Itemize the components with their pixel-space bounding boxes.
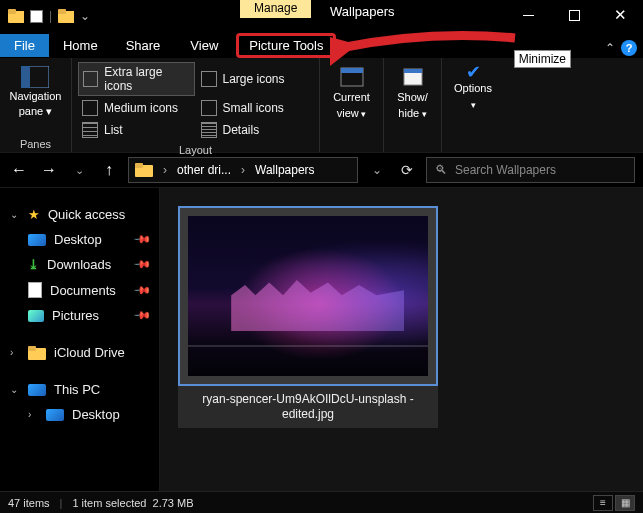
status-selection: 1 item selected 2.73 MB [72, 497, 193, 509]
close-button[interactable]: ✕ [597, 0, 643, 30]
desktop-icon [28, 234, 46, 246]
chevron-down-icon[interactable]: ⌄ [10, 209, 20, 220]
checkbox-icon[interactable] [30, 10, 43, 23]
current-view-icon [339, 66, 365, 88]
details-icon [201, 122, 217, 138]
window-controls: ✕ [505, 0, 643, 30]
download-icon: ⤓ [28, 257, 39, 272]
show-hide-button[interactable]: Show/ hide [390, 62, 435, 121]
show-hide-icon [401, 66, 425, 88]
ribbon-group-layout: Extra large icons Large icons Medium ico… [72, 58, 320, 152]
layout-list[interactable]: List [78, 120, 195, 140]
tree-pictures[interactable]: Pictures📌 [6, 303, 153, 328]
svg-rect-15 [28, 346, 36, 351]
layout-details[interactable]: Details [197, 120, 314, 140]
svg-rect-5 [569, 10, 579, 20]
tree-quick-access[interactable]: ⌄ ★ Quick access [6, 202, 153, 227]
thumbnails-view-toggle[interactable]: ▦ [615, 495, 635, 511]
file-item[interactable]: ryan-spencer-Um9AkOIlDcU-unsplash - edit… [178, 206, 438, 428]
folder-icon [135, 163, 153, 177]
tree-this-pc[interactable]: ⌄ This PC [6, 377, 153, 402]
current-view-button[interactable]: Current view [326, 62, 377, 121]
address-history-button[interactable]: ⌄ [366, 163, 388, 177]
tree-documents[interactable]: Documents📌 [6, 277, 153, 303]
tree-downloads[interactable]: ⤓ Downloads📌 [6, 252, 153, 277]
svg-rect-7 [21, 66, 30, 88]
share-tab[interactable]: Share [112, 34, 175, 57]
svg-rect-3 [58, 9, 66, 14]
address-bar-row: ← → ⌄ ↑ › other dri... › Wallpapers ⌄ ⟳ … [0, 152, 643, 188]
chevron-right-icon[interactable]: › [28, 409, 38, 420]
pin-icon: 📌 [132, 255, 151, 274]
document-icon [28, 282, 42, 298]
star-icon: ★ [28, 207, 40, 222]
svg-rect-13 [135, 163, 143, 168]
folder-icon [8, 8, 24, 24]
up-button[interactable]: ↑ [98, 159, 120, 181]
file-list[interactable]: ryan-spencer-Um9AkOIlDcU-unsplash - edit… [160, 188, 643, 491]
search-box[interactable]: 🔍︎ Search Wallpapers [426, 157, 635, 183]
ribbon-group-currentview: Current view [320, 58, 384, 152]
layout-medium-icons[interactable]: Medium icons [78, 98, 195, 118]
file-tab[interactable]: File [0, 34, 49, 57]
pin-icon: 📌 [132, 230, 151, 249]
status-item-count: 47 items [8, 497, 50, 509]
body: ⌄ ★ Quick access Desktop📌 ⤓ Downloads📌 D… [0, 188, 643, 491]
pin-icon: 📌 [132, 280, 151, 299]
picture-tools-tab[interactable]: Picture Tools [236, 33, 336, 58]
ribbon-right-controls: ⌃ ? [605, 40, 637, 56]
svg-rect-11 [404, 69, 422, 73]
title-bar: | ⌄ Manage Wallpapers ✕ [0, 0, 643, 32]
qat-overflow-icon[interactable]: ⌄ [80, 9, 90, 23]
group-label-layout: Layout [78, 140, 313, 156]
collapse-ribbon-icon[interactable]: ⌃ [605, 41, 615, 55]
search-placeholder: Search Wallpapers [455, 163, 556, 177]
folder-icon[interactable] [58, 8, 74, 24]
back-button[interactable]: ← [8, 159, 30, 181]
svg-rect-9 [341, 68, 363, 73]
details-view-toggle[interactable]: ≡ [593, 495, 613, 511]
group-label-panes: Panes [20, 134, 51, 150]
tree-desktop-pc[interactable]: › Desktop [6, 402, 153, 427]
help-icon[interactable]: ? [621, 40, 637, 56]
ribbon-group-showhide: Show/ hide [384, 58, 442, 152]
breadcrumb-segment-drive[interactable]: other dri... [177, 163, 231, 177]
breadcrumb-segment-folder[interactable]: Wallpapers [255, 163, 315, 177]
options-button[interactable]: ✔ Options [448, 62, 498, 112]
options-drop [471, 98, 476, 112]
thumbnail-icon [201, 71, 217, 87]
home-tab[interactable]: Home [49, 34, 112, 57]
quick-access-toolbar: | ⌄ [0, 8, 98, 24]
thumbnail-icon [201, 100, 217, 116]
navigation-pane-label2: pane ▾ [19, 105, 53, 118]
navigation-pane-button[interactable]: Navigation pane ▾ [10, 62, 62, 118]
layout-extra-large-icons[interactable]: Extra large icons [78, 62, 195, 96]
chevron-right-icon[interactable]: › [10, 347, 20, 358]
navigation-pane-label1: Navigation [10, 90, 62, 103]
chevron-down-icon[interactable]: ⌄ [10, 384, 20, 395]
chevron-right-icon[interactable]: › [237, 163, 249, 177]
desktop-icon [46, 409, 64, 421]
maximize-button[interactable] [551, 0, 597, 30]
svg-rect-1 [8, 9, 16, 14]
this-pc-icon [28, 384, 46, 396]
pictures-icon [28, 310, 44, 322]
recent-locations-button[interactable]: ⌄ [68, 159, 90, 181]
forward-button[interactable]: → [38, 159, 60, 181]
file-thumbnail-frame [178, 206, 438, 386]
navigation-pane[interactable]: ⌄ ★ Quick access Desktop📌 ⤓ Downloads📌 D… [0, 188, 160, 491]
address-breadcrumb[interactable]: › other dri... › Wallpapers [128, 157, 358, 183]
minimize-button[interactable] [505, 0, 551, 30]
tree-desktop[interactable]: Desktop📌 [6, 227, 153, 252]
minimize-tooltip: Minimize [514, 50, 571, 68]
layout-small-icons[interactable]: Small icons [197, 98, 314, 118]
tree-icloud-drive[interactable]: › iCloud Drive [6, 340, 153, 365]
contextual-tab-manage[interactable]: Manage [240, 0, 311, 18]
view-tab[interactable]: View [174, 34, 234, 57]
chevron-right-icon[interactable]: › [159, 163, 171, 177]
qat-separator: | [49, 9, 52, 23]
file-thumbnail [188, 216, 428, 376]
list-icon [82, 122, 98, 138]
refresh-button[interactable]: ⟳ [396, 162, 418, 178]
layout-large-icons[interactable]: Large icons [197, 62, 314, 96]
